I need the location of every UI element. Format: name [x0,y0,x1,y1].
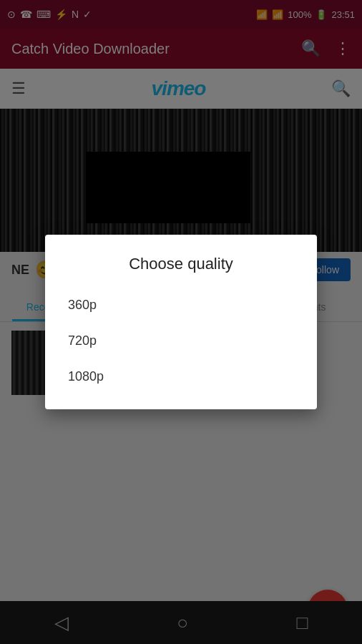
dialog-title: Choose quality [62,255,300,273]
quality-dialog: Choose quality 360p 720p 1080p [45,235,317,409]
quality-option-720p[interactable]: 720p [62,323,300,359]
dialog-overlay[interactable]: Choose quality 360p 720p 1080p [0,0,362,644]
page-wrapper: ⊙ ☎ ⌨ ⚡ N ✓ 📶 📶 100% 🔋 23:51 Catch Video… [0,0,362,644]
quality-option-1080p[interactable]: 1080p [62,359,300,395]
quality-option-360p[interactable]: 360p [62,288,300,323]
